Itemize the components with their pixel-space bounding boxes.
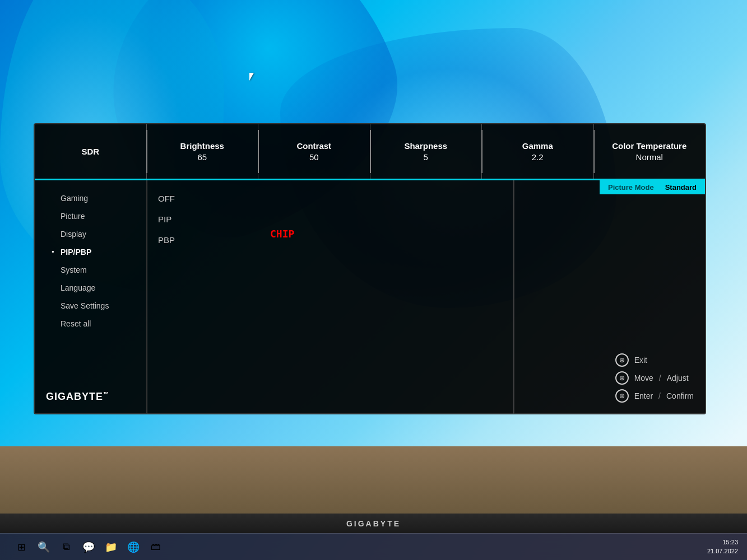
osd-brand: GIGABYTE™: [46, 391, 109, 403]
picture-mode-label: Picture Mode: [608, 183, 654, 192]
osd-gamma-label: Gamma: [522, 141, 553, 152]
move-separator: /: [659, 374, 661, 382]
osd-option-off[interactable]: OFF: [158, 192, 503, 206]
enter-icon: ⊕: [615, 389, 629, 403]
store-button[interactable]: 🗃: [146, 537, 166, 557]
enter-label: Enter: [634, 391, 653, 400]
clock-time: 15:23: [707, 538, 738, 547]
osd-gamma-value: 2.2: [532, 152, 544, 163]
osd-control-enter: ⊕ Enter / Confirm: [615, 389, 694, 403]
osd-topbar: SDR Brightness 65 Contrast 50 Sharpness …: [35, 124, 705, 180]
osd-right-panel: Picture Mode Standard ⊕ Exit ⊕ Move / Ad…: [514, 180, 705, 414]
monitor-brand-text: GIGABYTE: [346, 519, 401, 528]
osd-brightness-label: Brightness: [180, 141, 224, 152]
chat-button[interactable]: 💬: [78, 537, 99, 557]
osd-brightness-value: 65: [197, 152, 207, 163]
osd-sharpness: Sharpness 5: [370, 124, 482, 179]
osd-center-panel: OFF PIP PBP CHIP: [147, 180, 514, 414]
move-label: Move: [634, 374, 653, 382]
osd-contrast-value: 50: [309, 152, 319, 163]
taskbar-right: 15:23 21.07.2022: [707, 538, 747, 556]
move-icon: ⊕: [615, 371, 629, 385]
exit-label: Exit: [634, 356, 647, 365]
osd-color-temp: Color Temperature Normal: [594, 124, 706, 179]
explorer-button[interactable]: 📁: [101, 537, 121, 557]
chip-label: CHIP: [270, 228, 294, 240]
monitor-osd: SDR Brightness 65 Contrast 50 Sharpness …: [34, 123, 706, 414]
divider-right: [513, 180, 514, 414]
divider-left: [147, 180, 147, 414]
osd-control-exit: ⊕ Exit: [615, 353, 694, 367]
system-clock: 15:23 21.07.2022: [707, 538, 738, 556]
edge-button[interactable]: 🌐: [123, 537, 143, 557]
osd-gamma: Gamma 2.2: [482, 124, 594, 179]
osd-sdr: SDR: [35, 124, 147, 179]
osd-nav-picture[interactable]: Picture: [52, 209, 141, 223]
taskbar: ⊞ 🔍 ⧉ 💬 📁 🌐 🗃 15:23 21.07.2022: [0, 533, 747, 560]
osd-controls: ⊕ Exit ⊕ Move / Adjust ⊕ Enter / Confirm: [615, 353, 694, 403]
osd-option-pip[interactable]: PIP: [158, 212, 503, 226]
picture-mode-bar: Picture Mode Standard: [600, 180, 705, 194]
osd-nav-pip-pbp[interactable]: PIP/PBP: [52, 245, 141, 259]
taskbar-icons: ⊞ 🔍 ⧉ 💬 📁 🌐 🗃: [0, 537, 166, 557]
osd-option-pbp[interactable]: PBP: [158, 233, 503, 247]
osd-sidebar: Gaming Picture Display PIP/PBP System La…: [35, 180, 147, 414]
osd-nav-reset-all[interactable]: Reset all: [52, 317, 141, 330]
monitor-brand-bar: GIGABYTE: [0, 514, 747, 533]
desk-surface: [0, 446, 747, 514]
osd-contrast: Contrast 50: [258, 124, 370, 179]
osd-contrast-label: Contrast: [296, 141, 331, 152]
start-button[interactable]: ⊞: [11, 537, 31, 557]
osd-sdr-label: SDR: [81, 146, 99, 157]
mouse-cursor: [249, 73, 256, 84]
exit-icon: ⊕: [615, 353, 629, 367]
osd-main-content: Gaming Picture Display PIP/PBP System La…: [35, 180, 705, 414]
osd-control-move: ⊕ Move / Adjust: [615, 371, 694, 385]
osd-nav-language[interactable]: Language: [52, 281, 141, 295]
osd-nav-display[interactable]: Display: [52, 227, 141, 241]
osd-nav-save-settings[interactable]: Save Settings: [52, 299, 141, 312]
task-view-button[interactable]: ⧉: [56, 537, 76, 557]
osd-color-temp-label: Color Temperature: [612, 141, 686, 152]
osd-nav-gaming[interactable]: Gaming: [52, 192, 141, 205]
search-button[interactable]: 🔍: [34, 537, 54, 557]
confirm-label: Confirm: [666, 391, 694, 400]
clock-date: 21.07.2022: [707, 547, 738, 556]
osd-sharpness-label: Sharpness: [404, 141, 447, 152]
osd-color-temp-value: Normal: [636, 152, 663, 163]
osd-nav-system[interactable]: System: [52, 263, 141, 277]
osd-brightness: Brightness 65: [147, 124, 259, 179]
picture-mode-value: Standard: [665, 183, 697, 192]
enter-separator: /: [658, 391, 661, 400]
adjust-label: Adjust: [667, 374, 689, 382]
osd-sharpness-value: 5: [424, 152, 428, 163]
